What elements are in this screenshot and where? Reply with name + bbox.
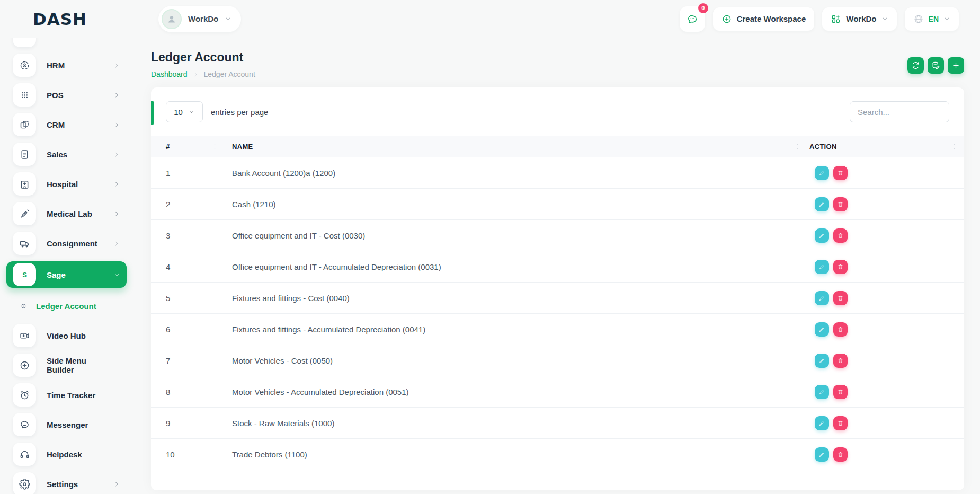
time-icon	[13, 383, 36, 407]
breadcrumb-current: Ledger Account	[204, 70, 255, 78]
chevron-right-icon	[113, 92, 120, 99]
app-menu-label: WorkDo	[846, 14, 876, 23]
sidebar-item-video-hub[interactable]: Video Hub	[6, 324, 127, 347]
trash-icon	[837, 170, 844, 177]
row-name: Stock - Raw Materials (1000)	[217, 419, 809, 428]
hrm-icon	[13, 54, 36, 77]
edit-button[interactable]	[815, 197, 829, 211]
sidebar-item-medical-lab[interactable]: Medical Lab	[6, 202, 127, 225]
pencil-icon	[818, 420, 825, 427]
trash-icon	[837, 232, 844, 239]
row-name: Fixtures and fittings - Cost (0040)	[217, 294, 809, 303]
sidebar-item-consignment[interactable]: Consignment	[6, 232, 127, 255]
row-name: Motor Vehicles - Cost (0050)	[217, 356, 809, 365]
sidebar-subitem-ledger-account[interactable]: Ledger Account	[6, 294, 127, 317]
sort-icon[interactable]	[212, 143, 217, 151]
app-menu-dropdown[interactable]: WorkDo	[822, 7, 896, 31]
sidebar-item-label: HRM	[47, 61, 65, 70]
edit-button[interactable]	[815, 228, 829, 243]
sidebar-item-sage[interactable]: Sage	[6, 261, 127, 288]
delete-button[interactable]	[833, 197, 848, 211]
ledger-table-card: 10 entries per page # NAME ACTION 1	[151, 87, 964, 490]
delete-button[interactable]	[833, 354, 848, 368]
sidebar-item-crm[interactable]: CRM	[6, 113, 127, 136]
delete-button[interactable]	[833, 416, 848, 430]
row-index: 7	[151, 356, 217, 365]
sidebar-item-label: Consignment	[47, 239, 97, 248]
table-row: 1 Bank Account (1200)a (1200)	[151, 157, 964, 189]
row-actions	[809, 166, 964, 180]
video-icon	[13, 324, 36, 347]
language-dropdown[interactable]: EN	[905, 7, 959, 31]
breadcrumb-separator-icon	[193, 72, 199, 77]
delete-button[interactable]	[833, 322, 848, 337]
row-index: 10	[151, 450, 217, 459]
delete-button[interactable]	[833, 166, 848, 180]
delete-button[interactable]	[833, 228, 848, 243]
table-row: 4 Office equipment and IT - Accumulated …	[151, 251, 964, 283]
table-header: # NAME ACTION	[151, 136, 964, 157]
row-index: 5	[151, 294, 217, 303]
side-menu-icon	[13, 354, 36, 377]
column-header-index[interactable]: #	[151, 143, 217, 151]
sidebar-item-pos[interactable]: POS	[6, 83, 127, 107]
edit-button[interactable]	[815, 291, 829, 305]
refresh-button[interactable]	[907, 57, 924, 74]
language-label: EN	[929, 15, 939, 23]
edit-button[interactable]	[815, 166, 829, 180]
trash-icon	[837, 357, 844, 364]
edit-button[interactable]	[815, 447, 829, 462]
entries-per-page-label: entries per page	[211, 108, 268, 117]
page-title: Ledger Account	[151, 50, 255, 65]
sidebar-item-hospital[interactable]: Hospital	[6, 172, 127, 196]
row-name: Cash (1210)	[217, 200, 809, 209]
workspace-selector[interactable]: WorkDo	[158, 6, 241, 32]
messages-badge: 0	[698, 3, 708, 13]
column-header-name[interactable]: NAME	[217, 143, 809, 151]
entries-per-page-select[interactable]: 10	[166, 101, 203, 122]
messages-button[interactable]: 0	[680, 6, 705, 32]
row-index: 1	[151, 169, 217, 178]
submenu-bullet-icon	[20, 303, 27, 310]
row-name: Bank Account (1200)a (1200)	[217, 169, 809, 178]
row-actions	[809, 385, 964, 399]
delete-button[interactable]	[833, 260, 848, 274]
edit-button[interactable]	[815, 322, 829, 337]
sage-icon	[13, 263, 36, 286]
sidebar-item-time-tracker[interactable]: Time Tracker	[6, 383, 127, 407]
chevron-down-icon	[881, 15, 888, 22]
sidebar-item-side-menu-builder[interactable]: Side Menu Builder	[6, 354, 127, 377]
edit-button[interactable]	[815, 385, 829, 399]
sort-icon[interactable]	[952, 143, 957, 151]
create-workspace-button[interactable]: Create Workspace	[713, 7, 815, 31]
helpdesk-icon	[13, 443, 36, 466]
breadcrumb: Dashboard Ledger Account	[151, 70, 255, 78]
sidebar-item-messenger[interactable]: Messenger	[6, 413, 127, 436]
sidebar-item-label: Sales	[47, 150, 67, 159]
sort-icon[interactable]	[795, 143, 800, 151]
edit-button[interactable]	[815, 354, 829, 368]
column-header-action[interactable]: ACTION	[809, 143, 964, 151]
sidebar-item-helpdesk[interactable]: Helpdesk	[6, 443, 127, 466]
sidebar-item-hrm[interactable]: HRM	[6, 54, 127, 77]
row-name: Fixtures and fittings - Accumulated Depr…	[217, 325, 809, 334]
delete-button[interactable]	[833, 447, 848, 462]
sidebar-item-label: Helpdesk	[47, 450, 82, 459]
edit-button[interactable]	[815, 416, 829, 430]
edit-button[interactable]	[815, 260, 829, 274]
sidebar-item-settings[interactable]: Settings	[6, 472, 127, 494]
table-body: 1 Bank Account (1200)a (1200) 2 Cash (12…	[151, 157, 964, 470]
manage-accounts-button[interactable]	[928, 57, 944, 74]
logo[interactable]: DASH	[0, 8, 135, 30]
logo-text: DASH	[33, 8, 87, 30]
row-actions	[809, 354, 964, 368]
delete-button[interactable]	[833, 291, 848, 305]
sidebar-item-sales[interactable]: Sales	[6, 143, 127, 166]
chevron-down-icon	[113, 271, 120, 278]
pencil-icon	[818, 201, 825, 208]
breadcrumb-dashboard-link[interactable]: Dashboard	[151, 70, 188, 78]
search-input[interactable]	[850, 101, 949, 122]
add-ledger-button[interactable]	[948, 57, 964, 74]
settings-icon	[13, 472, 36, 494]
delete-button[interactable]	[833, 385, 848, 399]
